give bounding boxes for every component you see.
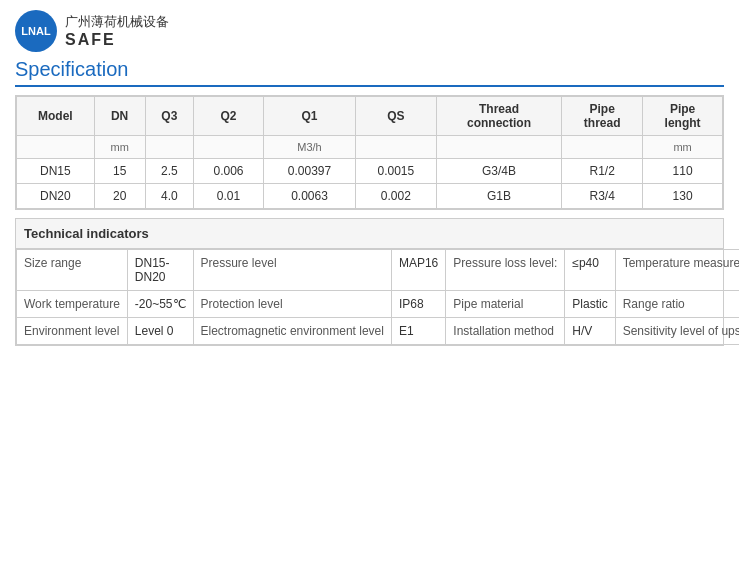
tech-value: ≤p40 xyxy=(565,250,615,291)
tech-value: -20~55℃ xyxy=(127,291,193,318)
tech-row: Size rangeDN15-DN20Pressure levelMAP16Pr… xyxy=(17,250,740,291)
unit-row: mmM3/hmm xyxy=(17,136,723,159)
spec-cell: R1/2 xyxy=(562,159,643,184)
unit-cell xyxy=(562,136,643,159)
unit-cell: mm xyxy=(643,136,723,159)
spec-cell: 0.01 xyxy=(193,184,263,209)
spec-cell: 4.0 xyxy=(145,184,193,209)
company-name: 广州薄荷机械设备 xyxy=(65,13,169,31)
spec-cell: 20 xyxy=(94,184,145,209)
tech-value: MAP16 xyxy=(391,250,445,291)
spec-data-row: DN20204.00.010.00630.002G1BR3/4130 xyxy=(17,184,723,209)
spec-col-header: Model xyxy=(17,97,95,136)
spec-cell: DN20 xyxy=(17,184,95,209)
tech-section-title: Technical indicators xyxy=(16,219,723,249)
spec-col-header: Q1 xyxy=(264,97,356,136)
spec-cell: G3/4B xyxy=(436,159,561,184)
page-title: Specification xyxy=(15,58,724,87)
unit-cell xyxy=(355,136,436,159)
tech-label: Size range xyxy=(17,250,128,291)
tech-section: Technical indicators Size rangeDN15-DN20… xyxy=(15,218,724,346)
spec-col-header: QS xyxy=(355,97,436,136)
spec-col-header: Pipethread xyxy=(562,97,643,136)
safe-label: SAFE xyxy=(65,31,169,49)
tech-value: IP68 xyxy=(391,291,445,318)
tech-label: Pressure level xyxy=(193,250,391,291)
tech-label: Temperature measurement range xyxy=(615,250,739,291)
tech-label: Environment level xyxy=(17,318,128,345)
spec-data-row: DN15152.50.0060.003970.0015G3/4BR1/2110 xyxy=(17,159,723,184)
unit-cell xyxy=(193,136,263,159)
spec-cell: 110 xyxy=(643,159,723,184)
spec-cell: 2.5 xyxy=(145,159,193,184)
spec-cell: R3/4 xyxy=(562,184,643,209)
tech-label: Work temperature xyxy=(17,291,128,318)
spec-table: ModelDNQ3Q2Q1QSThreadconnectionPipethrea… xyxy=(16,96,723,209)
tech-row: Work temperature-20~55℃Protection levelI… xyxy=(17,291,740,318)
spec-col-header: Q2 xyxy=(193,97,263,136)
tech-value: DN15-DN20 xyxy=(127,250,193,291)
unit-cell xyxy=(436,136,561,159)
tech-label: Pipe material xyxy=(446,291,565,318)
tech-value: H/V xyxy=(565,318,615,345)
tech-value: Level 0 xyxy=(127,318,193,345)
spec-col-header: Q3 xyxy=(145,97,193,136)
tech-label: Range ratio xyxy=(615,291,739,318)
tech-value: Plastic xyxy=(565,291,615,318)
unit-cell: mm xyxy=(94,136,145,159)
page-header: LNAL 广州薄荷机械设备 SAFE xyxy=(15,10,724,52)
spec-cell: 0.0015 xyxy=(355,159,436,184)
unit-cell xyxy=(17,136,95,159)
unit-cell xyxy=(145,136,193,159)
unit-cell: M3/h xyxy=(264,136,356,159)
tech-label: Electromagnetic environment level xyxy=(193,318,391,345)
logo-circle: LNAL xyxy=(15,10,57,52)
tech-label: Sensitivity level of upstream/downstream… xyxy=(615,318,739,345)
tech-label: Protection level xyxy=(193,291,391,318)
tech-label: Pressure loss level: xyxy=(446,250,565,291)
spec-section: ModelDNQ3Q2Q1QSThreadconnectionPipethrea… xyxy=(15,95,724,210)
spec-cell: DN15 xyxy=(17,159,95,184)
spec-col-header: Threadconnection xyxy=(436,97,561,136)
spec-cell: 130 xyxy=(643,184,723,209)
tech-row: Environment levelLevel 0Electromagnetic … xyxy=(17,318,740,345)
tech-value: E1 xyxy=(391,318,445,345)
spec-cell: 0.002 xyxy=(355,184,436,209)
spec-cell: 0.00397 xyxy=(264,159,356,184)
spec-cell: 15 xyxy=(94,159,145,184)
spec-col-header: Pipelenght xyxy=(643,97,723,136)
company-info: 广州薄荷机械设备 SAFE xyxy=(65,13,169,49)
spec-col-header: DN xyxy=(94,97,145,136)
logo-text: LNAL xyxy=(21,25,50,37)
spec-header-row: ModelDNQ3Q2Q1QSThreadconnectionPipethrea… xyxy=(17,97,723,136)
spec-cell: 0.0063 xyxy=(264,184,356,209)
tech-table: Size rangeDN15-DN20Pressure levelMAP16Pr… xyxy=(16,249,739,345)
tech-label: Installation method xyxy=(446,318,565,345)
spec-cell: 0.006 xyxy=(193,159,263,184)
spec-cell: G1B xyxy=(436,184,561,209)
